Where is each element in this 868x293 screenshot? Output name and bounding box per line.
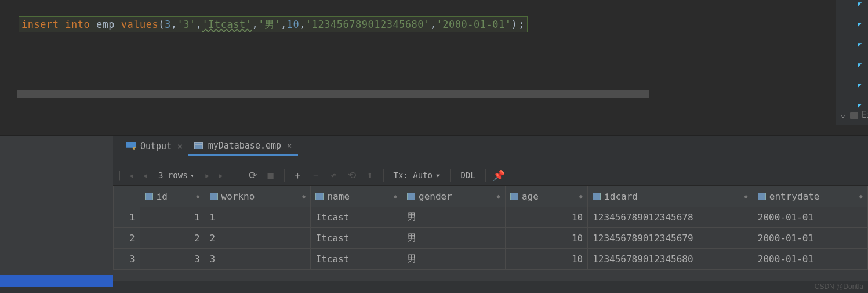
submit-button[interactable]: ⬆ [362, 167, 378, 183]
folder-icon[interactable] [850, 112, 858, 119]
tab-table[interactable]: myDatabase.emp × [188, 137, 298, 156]
column-icon [315, 193, 324, 200]
sort-icon[interactable]: ◆ [393, 193, 397, 200]
tab-output[interactable]: Output × [121, 138, 188, 155]
table-row[interactable]: 2 2 2 Itcast 男 10 123456789012345679 200… [114, 228, 868, 249]
rownum-header[interactable] [114, 186, 140, 207]
first-page-button[interactable]: ⎸◂ [119, 167, 135, 183]
keyword-values: values [121, 19, 158, 30]
cell-id[interactable]: 3 [140, 249, 205, 270]
cell-name[interactable]: Itcast [311, 228, 402, 249]
results-grid[interactable]: id◆ workno◆ name◆ gender◆ age◆ [113, 186, 868, 281]
column-icon [145, 193, 153, 200]
cell-name[interactable]: Itcast [311, 207, 402, 228]
val-1: 3 [165, 19, 171, 30]
row-number: 1 [114, 207, 140, 228]
cell-workno[interactable]: 3 [205, 249, 311, 270]
row-number: 2 [114, 228, 140, 249]
pin-button[interactable]: 📌 [491, 167, 507, 183]
cell-idcard[interactable]: 123456789012345680 [588, 249, 753, 270]
column-icon [510, 193, 518, 200]
col-gender-header[interactable]: gender◆ [402, 186, 506, 207]
val-7: '2000-01-01' [437, 19, 511, 30]
val-2: '3' [177, 19, 196, 30]
commit-button[interactable]: ⟲ [344, 167, 360, 183]
chevron-down-icon[interactable]: ⌄ [841, 110, 845, 119]
last-page-button[interactable]: ▸⎸ [217, 167, 234, 183]
ddl-button[interactable]: DDL [456, 171, 480, 180]
cell-gender[interactable]: 男 [402, 207, 506, 228]
sort-icon[interactable]: ◆ [579, 193, 583, 200]
rows-count-label[interactable]: 3 rows ▾ [158, 171, 194, 180]
sort-icon[interactable]: ◆ [196, 193, 200, 200]
sql-editor[interactable]: insert into emp values(3,'3','Itcast','男… [0, 0, 836, 119]
sort-icon[interactable]: ◆ [302, 193, 306, 200]
sort-icon[interactable]: ◆ [496, 193, 500, 200]
cell-entrydate[interactable]: 2000-01-01 [753, 207, 867, 228]
marker-icon: ◤ [858, 102, 867, 108]
panel-tabs: Output × myDatabase.emp × [121, 136, 298, 157]
results-panel: Output × myDatabase.emp × ⎸◂ ◂ 3 rows ▾ … [0, 135, 868, 293]
cell-id[interactable]: 1 [140, 207, 205, 228]
separator [239, 169, 239, 182]
separator [485, 169, 486, 182]
close-icon[interactable]: × [177, 142, 182, 151]
cell-workno[interactable]: 2 [205, 228, 311, 249]
col-workno-label: workno [221, 191, 255, 202]
tab-table-label: myDatabase.emp [208, 140, 281, 151]
scrollbar-thumb[interactable] [17, 90, 649, 98]
col-name-label: name [327, 191, 350, 202]
col-name-header[interactable]: name◆ [311, 186, 402, 207]
cell-gender[interactable]: 男 [402, 228, 506, 249]
cell-age[interactable]: 10 [505, 207, 587, 228]
column-icon [593, 193, 601, 200]
table-name: emp [96, 19, 115, 30]
marker-icon: ◤ [858, 61, 867, 68]
revert-button[interactable]: ↶ [326, 167, 342, 183]
separator [450, 169, 451, 182]
col-workno-header[interactable]: workno◆ [205, 186, 311, 207]
cell-entrydate[interactable]: 2000-01-01 [753, 228, 867, 249]
marker-icon: ◤ [858, 41, 867, 48]
col-id-label: id [157, 191, 168, 202]
stop-button[interactable]: ■ [263, 167, 279, 183]
col-idcard-label: idcard [604, 191, 638, 202]
cell-workno[interactable]: 1 [205, 207, 311, 228]
col-entrydate-header[interactable]: entrydate◆ [753, 186, 867, 207]
sql-statement[interactable]: insert into emp values(3,'3','Itcast','男… [19, 16, 528, 32]
editor-horizontal-scrollbar[interactable] [17, 90, 649, 98]
cell-age[interactable]: 10 [505, 228, 587, 249]
column-icon [210, 193, 218, 200]
sort-icon[interactable]: ◆ [859, 193, 863, 200]
col-entrydate-label: entrydate [769, 191, 820, 202]
table-row[interactable]: 3 3 3 Itcast 男 10 123456789012345680 200… [114, 249, 868, 270]
right-gutter: ◤ ◤ ◤ ◤ ◤ ◤ ⌄ Exte [836, 0, 868, 125]
cell-id[interactable]: 2 [140, 228, 205, 249]
cell-entrydate[interactable]: 2000-01-01 [753, 249, 867, 270]
cell-idcard[interactable]: 123456789012345678 [588, 207, 753, 228]
col-age-header[interactable]: age◆ [505, 186, 587, 207]
remove-row-button[interactable]: － [308, 167, 324, 183]
add-row-button[interactable]: ＋ [290, 167, 306, 183]
results-toolbar: ⎸◂ ◂ 3 rows ▾ ▸ ▸⎸ ⟳ ■ ＋ － ↶ ⟲ ⬆ Tx: Aut… [113, 165, 868, 186]
cell-idcard[interactable]: 123456789012345679 [588, 228, 753, 249]
watermark: CSDN @Dontla [815, 283, 863, 291]
col-idcard-header[interactable]: idcard◆ [588, 186, 753, 207]
cell-gender[interactable]: 男 [402, 249, 506, 270]
separator [284, 169, 285, 182]
col-id-header[interactable]: id◆ [140, 186, 205, 207]
next-page-button[interactable]: ▸ [199, 167, 216, 183]
cell-name[interactable]: Itcast [311, 249, 402, 270]
sort-icon[interactable]: ◆ [744, 193, 748, 200]
val-3: 'Itcast' [202, 19, 252, 30]
close-icon[interactable]: × [287, 141, 292, 150]
prev-page-button[interactable]: ◂ [137, 167, 153, 183]
keyword-into: into [65, 19, 90, 30]
tx-mode-selector[interactable]: Tx: Auto ▾ [389, 171, 445, 180]
table-row[interactable]: 1 1 1 Itcast 男 10 123456789012345678 200… [114, 207, 868, 228]
cell-age[interactable]: 10 [505, 249, 587, 270]
refresh-button[interactable]: ⟳ [245, 167, 261, 183]
results-table: id◆ workno◆ name◆ gender◆ age◆ [113, 186, 868, 270]
tab-output-label: Output [140, 141, 172, 151]
val-4: '男' [258, 19, 281, 30]
